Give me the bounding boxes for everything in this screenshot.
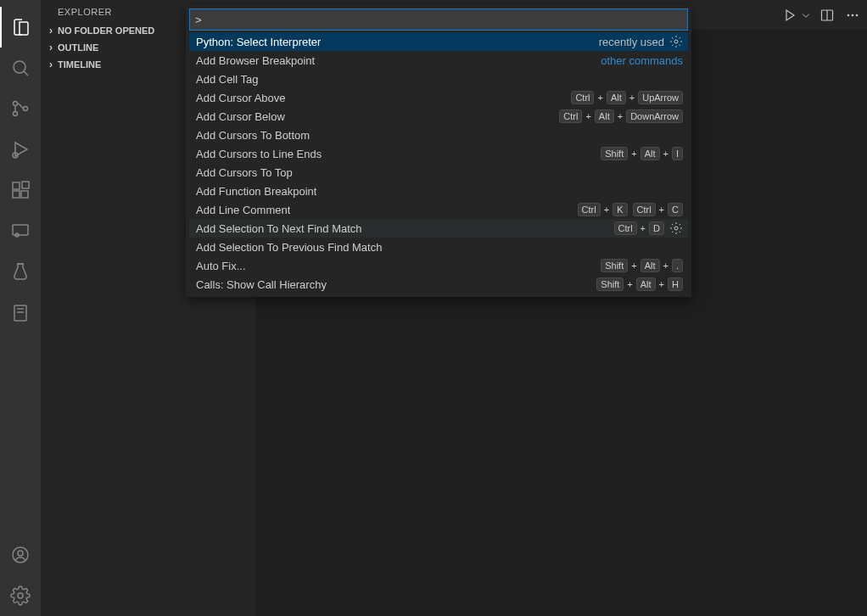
chevron-down-icon[interactable] [801, 6, 811, 25]
svg-rect-6 [13, 182, 20, 189]
sidebar-section-label: OUTLINE [58, 42, 98, 53]
command-meta: other commands [601, 54, 683, 67]
settings-gear-icon[interactable] [0, 575, 41, 616]
command-palette-item[interactable]: Add Cursors To Top [189, 163, 688, 182]
command-palette-item[interactable]: Add Selection To Next Find MatchCtrl+D [189, 219, 688, 238]
command-palette-item[interactable]: Add Cursors To Bottom [189, 126, 688, 144]
key: I [672, 147, 683, 160]
sidebar-section-label: NO FOLDER OPENED [58, 25, 154, 36]
key: H [668, 277, 683, 291]
command-palette: Python: Select Interpreterrecently usedA… [186, 5, 691, 297]
key: Alt [607, 91, 626, 104]
command-label: Add Browser Breakpoint [196, 54, 315, 67]
run-icon[interactable] [780, 6, 799, 25]
command-palette-item[interactable]: Auto Fix...Shift+Alt+. [189, 256, 688, 275]
keybinding: Shift+Alt+H [596, 277, 683, 291]
command-label: Add Cursor Below [196, 110, 285, 123]
svg-point-2 [14, 102, 18, 106]
key: Alt [595, 109, 614, 123]
key: DownArrow [626, 109, 683, 123]
gear-icon[interactable] [669, 35, 683, 48]
svg-rect-13 [14, 305, 26, 321]
key: Ctrl [633, 203, 656, 216]
accounts-icon[interactable] [0, 535, 41, 575]
source-control-icon[interactable] [0, 88, 41, 129]
key: Ctrl [559, 109, 582, 123]
keybinding: Ctrl+C [633, 203, 684, 216]
chevron-right-icon: › [44, 25, 58, 36]
command-palette-item[interactable]: Add Cursor AboveCtrl+Alt+UpArrow [189, 88, 688, 107]
command-palette-item[interactable]: Add Selection To Previous Find Match [189, 238, 688, 256]
remote-icon[interactable] [0, 210, 41, 251]
svg-rect-9 [22, 182, 29, 188]
split-editor-icon[interactable] [818, 6, 836, 25]
run-debug-icon[interactable] [0, 129, 41, 170]
svg-rect-10 [13, 225, 28, 235]
key: Alt [640, 259, 660, 272]
key: D [649, 221, 664, 235]
command-palette-item[interactable]: Add Browser Breakpointother commands [189, 51, 688, 70]
command-label: Add Cell Tag [196, 73, 258, 86]
keybinding: Shift+Alt+I [601, 147, 683, 160]
command-palette-item[interactable]: Add Cursors to Line EndsShift+Alt+I [189, 144, 688, 163]
key: Shift [601, 147, 628, 160]
chevron-right-icon: › [44, 59, 58, 70]
keybinding: Ctrl+Alt+UpArrow [571, 91, 683, 104]
command-meta: recently used [599, 36, 664, 48]
more-icon[interactable] [843, 6, 862, 25]
command-label: Calls: Show Call Hierarchy [196, 278, 327, 291]
timeline-icon[interactable] [0, 292, 41, 333]
svg-rect-8 [21, 191, 28, 198]
keybinding: Ctrl+Alt+DownArrow [559, 109, 683, 123]
command-label: Add Line Comment [196, 204, 290, 216]
svg-point-23 [856, 14, 859, 16]
sidebar-section-label: TIMELINE [58, 59, 101, 70]
search-icon[interactable] [0, 48, 41, 88]
svg-point-3 [14, 112, 18, 116]
command-palette-list: Python: Select Interpreterrecently usedA… [189, 32, 688, 294]
key: Alt [640, 147, 660, 160]
extensions-icon[interactable] [0, 170, 41, 210]
svg-point-4 [24, 107, 28, 111]
command-palette-input[interactable] [195, 14, 682, 26]
key: UpArrow [638, 91, 683, 104]
command-label: Python: Select Interpreter [196, 36, 321, 48]
key: Shift [601, 259, 628, 272]
command-label: Add Cursor Above [196, 92, 286, 104]
chevron-right-icon: › [44, 42, 58, 53]
svg-line-1 [24, 71, 28, 76]
command-palette-item[interactable]: Add Cursor BelowCtrl+Alt+DownArrow [189, 107, 688, 126]
command-label: Add Cursors To Bottom [196, 129, 310, 142]
key: C [668, 203, 683, 216]
command-palette-item[interactable]: Python: Select Interpreterrecently used [189, 32, 688, 51]
activity-bar [0, 0, 41, 616]
key: Alt [636, 277, 656, 291]
command-palette-item[interactable]: Add Cell Tag [189, 70, 688, 88]
key: Shift [596, 277, 624, 291]
svg-point-25 [674, 227, 678, 230]
key: Ctrl [578, 203, 601, 216]
gear-icon[interactable] [669, 221, 683, 235]
command-palette-searchbox[interactable] [189, 8, 688, 31]
command-label: Add Cursors to Line Ends [196, 148, 322, 160]
explorer-icon[interactable] [0, 7, 41, 48]
command-label: Add Selection To Previous Find Match [196, 241, 382, 254]
svg-point-0 [14, 61, 25, 73]
svg-point-18 [18, 593, 23, 598]
svg-rect-7 [13, 191, 20, 198]
keybinding: Ctrl+K [578, 203, 628, 216]
key: Ctrl [571, 91, 594, 104]
svg-point-22 [852, 14, 854, 16]
command-palette-item[interactable]: Add Function Breakpoint [189, 182, 688, 200]
testing-icon[interactable] [0, 251, 41, 292]
svg-point-17 [18, 551, 23, 556]
key: . [672, 259, 683, 272]
svg-point-21 [847, 14, 850, 16]
keybinding: Ctrl+D [614, 221, 665, 235]
command-label: Add Function Breakpoint [196, 185, 316, 198]
command-palette-item[interactable]: Calls: Show Call HierarchyShift+Alt+H [189, 275, 688, 294]
key: Ctrl [614, 221, 637, 235]
svg-point-24 [674, 40, 678, 43]
command-label: Add Selection To Next Find Match [196, 222, 362, 235]
command-palette-item[interactable]: Add Line CommentCtrl+KCtrl+C [189, 200, 688, 219]
